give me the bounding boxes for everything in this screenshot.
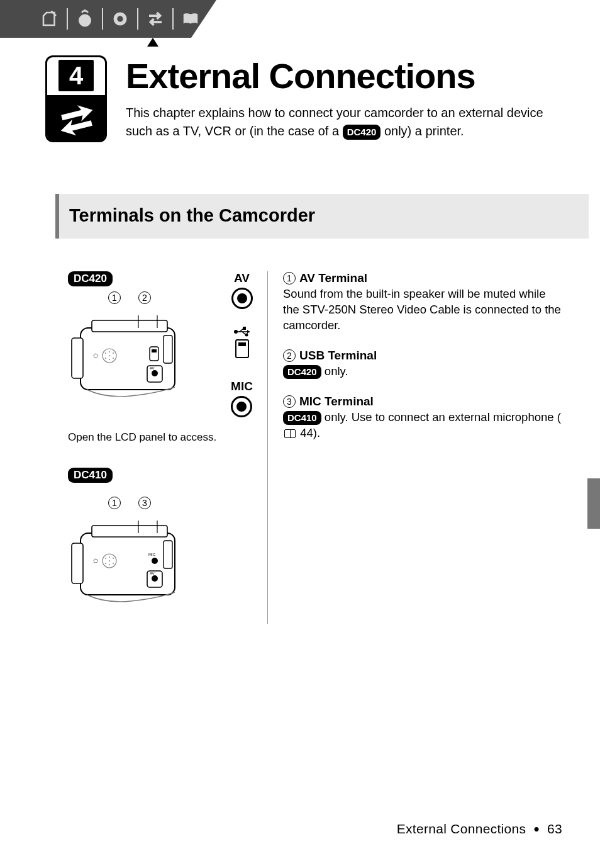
chapter-number: 4 (58, 60, 94, 91)
av-terminal-icon: AV (231, 271, 253, 309)
model-badge-dc420: DC420 (343, 125, 381, 140)
svg-point-11 (113, 352, 114, 354)
page-footer: External Connections • 63 (397, 820, 562, 839)
camcorder-illustration: MIC AV (68, 516, 191, 614)
svg-text:MIC: MIC (148, 553, 156, 556)
svg-point-14 (113, 358, 114, 359)
chapter-header: 4 External Connections This chapter expl… (0, 38, 600, 142)
svg-rect-45 (243, 327, 246, 330)
svg-rect-24 (72, 543, 83, 583)
jack-icon (231, 396, 252, 417)
callout-1: 1 (108, 497, 121, 509)
svg-text:AV: AV (150, 366, 155, 370)
svg-rect-5 (92, 320, 167, 332)
terminal-name: MIC Terminal (299, 395, 374, 409)
diagrams-column: DC420 1 2 AV (68, 271, 219, 624)
model-badge-dc410: DC410 (283, 411, 321, 425)
svg-rect-22 (164, 335, 172, 363)
svg-point-15 (109, 355, 110, 356)
terminal-body: DC410 only. Use to connect an external m… (283, 410, 562, 441)
svg-point-20 (152, 370, 158, 376)
divider-icon (137, 8, 138, 30)
chapter-badge: 4 (45, 55, 107, 142)
page-edge-tab (587, 478, 600, 529)
chapter-description: This chapter explains how to connect you… (126, 104, 562, 140)
desc-text: only) a printer. (381, 124, 464, 138)
svg-rect-4 (72, 338, 83, 378)
svg-point-0 (79, 14, 91, 27)
desc-text: This chapter explains how to connect you… (126, 106, 543, 138)
callout-3: 3 (283, 395, 296, 408)
page-number: 63 (547, 821, 562, 836)
content-area: DC420 1 2 AV (0, 239, 600, 624)
svg-rect-17 (150, 347, 158, 361)
av-label: AV (234, 271, 250, 285)
svg-point-9 (105, 352, 106, 354)
camcorder-diagram-dc420: 1 2 AV (68, 295, 191, 412)
camcorder-diagram-dc410: 1 3 MIC AV (68, 500, 191, 617)
terminal-body: Sound from the built-in speaker will be … (283, 286, 562, 334)
top-icon-strip (0, 0, 600, 38)
svg-point-37 (152, 558, 158, 564)
mic-label: MIC (231, 380, 253, 393)
active-tab-pointer (147, 38, 158, 47)
callout-2: 2 (283, 349, 296, 362)
gear-icon (108, 7, 132, 31)
diagram-caption: Open the LCD panel to access. (68, 430, 219, 445)
disc-icon (38, 7, 62, 31)
page-ref: 44). (297, 426, 320, 439)
svg-point-35 (109, 560, 110, 561)
svg-point-31 (113, 558, 114, 559)
terminal-name: USB Terminal (299, 349, 377, 363)
svg-point-30 (109, 556, 110, 558)
page-ref-icon (284, 429, 296, 438)
terminal-body: DC420 only. (283, 364, 562, 380)
callout-1: 1 (283, 272, 296, 285)
svg-rect-25 (92, 526, 167, 537)
usb-symbol-icon (233, 327, 251, 337)
jack-icon (231, 288, 253, 309)
divider-icon (102, 8, 103, 30)
camcorder-illustration: AV (68, 310, 191, 409)
mic-terminal-block: 3 MIC Terminal DC410 only. Use to connec… (283, 395, 562, 441)
usb-port-icon (235, 339, 249, 358)
divider-icon (67, 8, 68, 30)
transfer-icon (55, 99, 97, 137)
svg-point-34 (113, 563, 114, 564)
model-badge-dc420: DC420 (68, 271, 113, 286)
svg-rect-18 (152, 349, 157, 352)
svg-point-2 (117, 16, 123, 21)
svg-point-10 (109, 351, 110, 352)
mic-terminal-icon: MIC (231, 380, 253, 417)
terminal-descriptions: 1 AV Terminal Sound from the built-in sp… (283, 271, 562, 624)
model-badge-dc410: DC410 (68, 468, 113, 483)
body-text: only. (321, 364, 348, 378)
aperture-icon (73, 7, 97, 31)
callout-3: 3 (138, 497, 151, 509)
divider-icon (172, 8, 174, 30)
usb-terminal-icon (233, 327, 251, 358)
svg-point-13 (109, 359, 110, 360)
svg-point-33 (109, 564, 110, 565)
svg-point-32 (105, 563, 106, 564)
section-title: Terminals on the Camcorder (63, 205, 589, 226)
transfer-icon (143, 7, 167, 31)
svg-point-40 (152, 575, 158, 582)
usb-terminal-block: 2 USB Terminal DC420 only. (283, 349, 562, 380)
body-text: only. Use to connect an external microph… (321, 410, 561, 424)
svg-text:AV: AV (150, 572, 155, 575)
terminal-icons-column: AV MIC (230, 271, 268, 624)
footer-section: External Connections (397, 821, 526, 836)
chapter-title: External Connections (126, 55, 562, 96)
chapter-icon (47, 95, 105, 140)
callout-2: 2 (138, 291, 151, 304)
section-heading-bar: Terminals on the Camcorder (55, 194, 589, 239)
svg-point-29 (105, 558, 106, 559)
model-badge-dc420: DC420 (283, 365, 321, 379)
callout-1: 1 (108, 291, 121, 304)
svg-rect-42 (164, 541, 172, 568)
svg-point-12 (105, 358, 106, 359)
svg-point-46 (245, 334, 248, 337)
terminal-name: AV Terminal (299, 271, 367, 285)
book-icon (179, 7, 203, 31)
